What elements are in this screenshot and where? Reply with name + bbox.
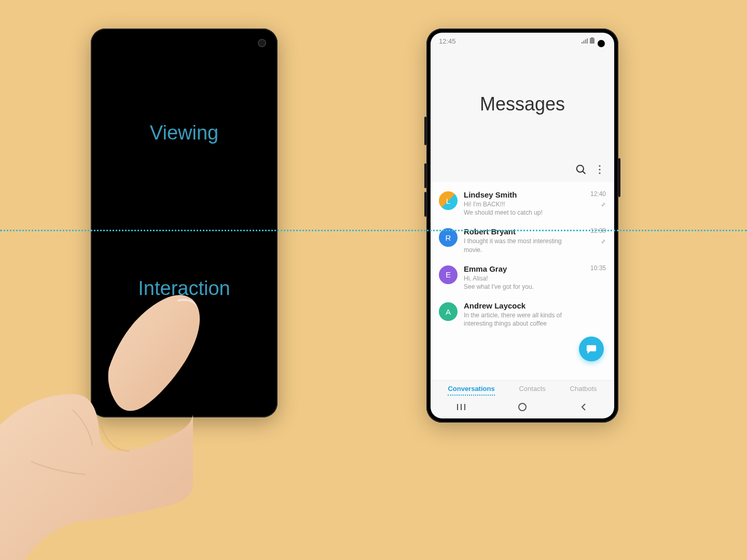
message-preview: Hi, Alisa! See what I've got for you. (464, 274, 577, 291)
contact-name: Lindsey Smith (464, 190, 577, 199)
volume-down-button[interactable] (424, 192, 426, 217)
status-time: 12:45 (439, 37, 456, 45)
tab-chatbots[interactable]: Chatbots (570, 385, 597, 393)
svg-point-1 (599, 169, 600, 170)
nav-home-icon[interactable] (512, 402, 533, 412)
interaction-area-label: Interaction (91, 277, 278, 300)
left-phone: Viewing Interaction (91, 29, 278, 417)
compose-button[interactable] (579, 337, 604, 361)
volume-up-button[interactable] (424, 163, 426, 188)
nav-back-icon[interactable] (573, 403, 594, 411)
avatar: L (439, 191, 458, 210)
battery-icon (590, 37, 594, 45)
bixby-button[interactable] (424, 117, 426, 145)
page-title: Messages (480, 93, 565, 115)
contact-name: Robert Bryant (464, 227, 577, 236)
viewing-area-label: Viewing (91, 122, 278, 144)
contact-name: Andrew Laycock (464, 301, 577, 310)
app-header: Messages (431, 47, 614, 161)
pin-icon (600, 202, 606, 207)
nav-recent-icon[interactable] (451, 403, 472, 411)
avatar: A (439, 302, 458, 321)
right-phone: 12:45 Messages L (426, 29, 618, 423)
action-bar (431, 161, 614, 182)
viewing-interaction-divider (0, 230, 747, 231)
conversation-row[interactable]: R Robert Bryant I thought it was the mos… (431, 222, 614, 259)
search-icon[interactable] (576, 164, 586, 177)
contact-name: Emma Gray (464, 264, 577, 273)
message-preview: I thought it was the most interesting mo… (464, 237, 577, 254)
message-preview: In the article, there were all kinds of … (464, 311, 577, 328)
more-options-icon[interactable] (596, 164, 604, 177)
pin-icon (600, 239, 606, 244)
status-bar: 12:45 (431, 33, 614, 47)
tab-contacts[interactable]: Contacts (519, 385, 545, 393)
conversation-row[interactable]: L Lindsey Smith Hi! I'm BACK!!! We shoul… (431, 185, 614, 222)
conversation-row[interactable]: A Andrew Laycock In the article, there w… (431, 296, 614, 333)
message-preview: Hi! I'm BACK!!! We should meet to catch … (464, 200, 577, 217)
message-time: 10:35 (590, 264, 606, 272)
svg-point-2 (599, 172, 600, 174)
messages-app-screen: 12:45 Messages L (431, 33, 614, 418)
front-camera-punchhole (598, 40, 605, 47)
tab-conversations[interactable]: Conversations (448, 385, 494, 393)
power-button[interactable] (618, 158, 620, 197)
message-time: 12:40 (590, 190, 606, 198)
bottom-tabs: Conversations Contacts Chatbots (431, 380, 614, 396)
svg-point-0 (599, 165, 600, 166)
conversation-row[interactable]: E Emma Gray Hi, Alisa! See what I've got… (431, 259, 614, 296)
signal-icon (582, 37, 588, 45)
navigation-bar (431, 396, 614, 418)
svg-point-3 (519, 403, 526, 411)
avatar: E (439, 265, 458, 284)
